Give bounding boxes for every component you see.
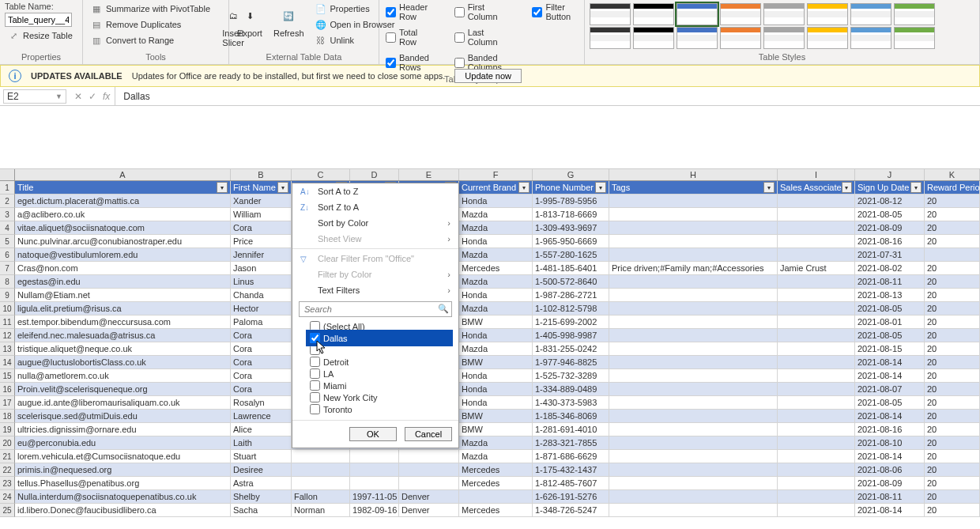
column-header[interactable]: G xyxy=(533,169,609,180)
style-swatch[interactable] xyxy=(850,3,891,25)
cell[interactable]: augue.id.ante@liberomaurisaliquam.co.uk xyxy=(15,396,231,410)
table-header-cell[interactable]: Phone Number▾ xyxy=(533,181,609,195)
cell[interactable] xyxy=(609,302,778,316)
row-header[interactable]: 22 xyxy=(0,463,15,477)
cell[interactable]: tristique.aliquet@neque.co.uk xyxy=(15,342,231,356)
cell[interactable]: Norman xyxy=(292,504,350,517)
column-header[interactable]: H xyxy=(609,169,778,180)
cell[interactable] xyxy=(609,221,778,235)
cell[interactable]: Honda xyxy=(459,383,533,396)
row-header[interactable]: 13 xyxy=(0,342,15,356)
cell[interactable]: 1-831-255-0242 xyxy=(533,342,609,356)
row-header[interactable]: 7 xyxy=(0,262,15,275)
style-swatch[interactable] xyxy=(807,3,848,25)
column-header[interactable]: I xyxy=(778,169,855,180)
cell[interactable]: Mercedes xyxy=(459,477,533,490)
cell[interactable] xyxy=(778,504,855,517)
style-swatch[interactable] xyxy=(590,27,631,49)
cell[interactable]: 1-987-286-2721 xyxy=(533,289,609,302)
cell[interactable] xyxy=(350,477,399,490)
cell[interactable] xyxy=(609,289,778,302)
cell[interactable]: William xyxy=(231,208,292,221)
filter-dropdown-icon[interactable]: ▾ xyxy=(518,182,530,193)
cell[interactable]: 2021-08-16 xyxy=(855,423,925,436)
cell[interactable]: 20 xyxy=(925,235,980,248)
filter-value-item[interactable]: Detroit xyxy=(308,356,450,368)
row-header[interactable]: 12 xyxy=(0,329,15,342)
cell[interactable]: Chanda xyxy=(231,289,292,302)
cell[interactable]: Price xyxy=(231,235,292,248)
sort-za-button[interactable]: Z↓Sort Z to A xyxy=(292,199,458,215)
cell[interactable]: eget.dictum.placerat@mattis.ca xyxy=(15,195,231,208)
cell[interactable] xyxy=(609,329,778,342)
filter-dropdown-icon[interactable]: ▾ xyxy=(217,182,228,193)
cell[interactable]: Rosalyn xyxy=(231,396,292,410)
filter-dropdown-icon[interactable]: ▾ xyxy=(763,182,775,193)
cell[interactable]: 2021-08-14 xyxy=(855,450,925,463)
enter-formula-icon[interactable]: ✓ xyxy=(89,91,96,102)
cell[interactable] xyxy=(778,369,855,383)
row-header[interactable]: 17 xyxy=(0,396,15,410)
row-header[interactable]: 11 xyxy=(0,316,15,329)
cell[interactable]: lorem.vehicula.et@Cumsociisnatoque.edu xyxy=(15,450,231,463)
filter-value-item[interactable] xyxy=(308,344,450,356)
filter-dropdown-icon[interactable]: ▾ xyxy=(277,182,288,193)
cell[interactable] xyxy=(399,450,459,463)
table-header-cell[interactable]: First Name▾ xyxy=(231,181,292,195)
cell[interactable]: 20 xyxy=(925,221,980,235)
row-header[interactable]: 10 xyxy=(0,302,15,316)
cell[interactable] xyxy=(778,329,855,342)
summarize-pivottable-button[interactable]: ▦Summarize with PivotTable xyxy=(88,2,213,16)
cell[interactable] xyxy=(292,477,350,490)
cell[interactable] xyxy=(350,463,399,477)
cell[interactable] xyxy=(609,248,778,262)
cell[interactable]: Shelby xyxy=(231,490,292,504)
cancel-formula-icon[interactable]: ✕ xyxy=(74,91,82,102)
filter-value-item[interactable]: (Select All) xyxy=(308,320,450,332)
cell[interactable] xyxy=(609,369,778,383)
cell[interactable]: Cora xyxy=(231,356,292,369)
cell[interactable]: 1-812-485-7607 xyxy=(533,477,609,490)
cell[interactable]: ligula.elit.pretium@risus.ca xyxy=(15,302,231,316)
cell[interactable]: 1-405-998-9987 xyxy=(533,329,609,342)
cell[interactable]: eleifend.nec.malesuada@atrisus.ca xyxy=(15,329,231,342)
cell[interactable]: Nunc.pulvinar.arcu@conubianostraper.edu xyxy=(15,235,231,248)
cell[interactable] xyxy=(609,195,778,208)
ok-button[interactable]: OK xyxy=(349,427,397,441)
cell[interactable]: 2021-08-09 xyxy=(855,477,925,490)
style-swatch[interactable] xyxy=(894,3,935,25)
table-header-cell[interactable]: Sales Associate▾ xyxy=(778,181,855,195)
update-now-button[interactable]: Update now xyxy=(454,69,522,83)
cell[interactable]: Stuart xyxy=(231,450,292,463)
filter-value-checkbox[interactable] xyxy=(310,333,320,343)
cell[interactable]: 20 xyxy=(925,356,980,369)
cell[interactable]: Mazda xyxy=(459,436,533,450)
cell[interactable]: 2021-08-05 xyxy=(855,302,925,316)
row-header[interactable]: 3 xyxy=(0,208,15,221)
style-swatch[interactable] xyxy=(763,3,805,25)
table-header-cell[interactable]: Current Brand▾ xyxy=(459,181,533,195)
cell[interactable]: Honda xyxy=(459,235,533,248)
style-swatch[interactable] xyxy=(894,27,935,49)
cell[interactable]: BMW xyxy=(459,316,533,329)
cell[interactable]: 2021-08-14 xyxy=(855,504,925,517)
cell[interactable] xyxy=(778,423,855,436)
cell[interactable] xyxy=(609,450,778,463)
cell[interactable]: natoque@vestibulumlorem.edu xyxy=(15,248,231,262)
cell[interactable]: Honda xyxy=(459,396,533,410)
cell[interactable]: eu@perconubia.edu xyxy=(15,436,231,450)
style-swatch[interactable] xyxy=(590,3,631,25)
table-header-cell[interactable]: Tags▾ xyxy=(609,181,778,195)
cell[interactable]: Mercedes xyxy=(459,504,533,517)
cell[interactable]: Price driven;#Family man;#Accessories xyxy=(609,262,778,275)
cell[interactable]: 20 xyxy=(925,477,980,490)
cell[interactable] xyxy=(778,248,855,262)
filter-value-checkbox[interactable] xyxy=(310,357,320,367)
cell[interactable] xyxy=(609,383,778,396)
cell[interactable]: 20 xyxy=(925,289,980,302)
cell[interactable] xyxy=(778,356,855,369)
cell[interactable]: Nullam@Etiam.net xyxy=(15,289,231,302)
cell[interactable] xyxy=(778,396,855,410)
row-header[interactable]: 19 xyxy=(0,423,15,436)
cell[interactable] xyxy=(778,463,855,477)
